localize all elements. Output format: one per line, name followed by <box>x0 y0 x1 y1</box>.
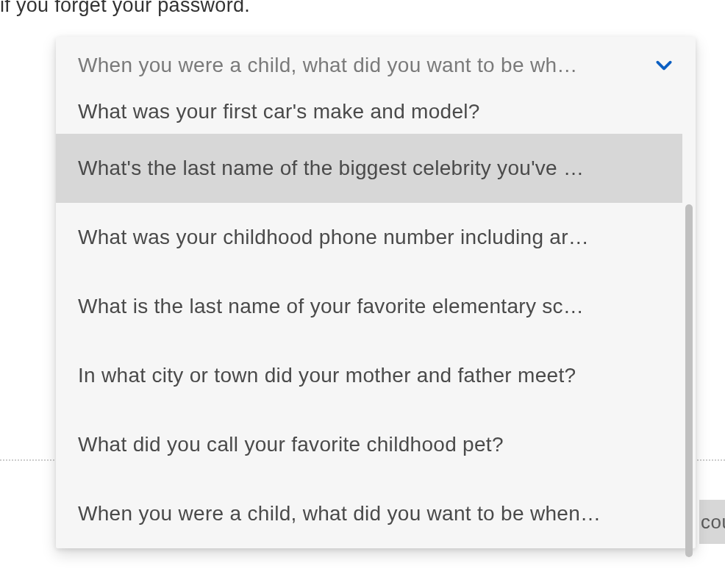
scrollbar-thumb[interactable] <box>685 204 693 557</box>
create-account-button-partial[interactable]: cou <box>699 500 725 544</box>
page-description: if you forget your password. <box>0 0 250 17</box>
dropdown-option[interactable]: What was your childhood phone number inc… <box>56 203 682 272</box>
dropdown-option[interactable]: When you were a child, what did you want… <box>56 479 682 548</box>
security-question-dropdown[interactable]: When you were a child, what did you want… <box>56 37 696 548</box>
dropdown-option[interactable]: What did you call your favorite childhoo… <box>56 410 682 479</box>
dropdown-selected-text: When you were a child, what did you want… <box>78 54 637 77</box>
chevron-down-icon <box>637 56 674 75</box>
dropdown-option[interactable]: What's the last name of the biggest cele… <box>56 134 682 203</box>
dropdown-option[interactable]: What is the last name of your favorite e… <box>56 272 682 341</box>
dropdown-options-list: What was your first car's make and model… <box>56 94 696 548</box>
dropdown-option[interactable]: What was your first car's make and model… <box>56 94 682 134</box>
dropdown-option[interactable]: In what city or town did your mother and… <box>56 341 682 410</box>
dropdown-selected[interactable]: When you were a child, what did you want… <box>56 37 696 94</box>
